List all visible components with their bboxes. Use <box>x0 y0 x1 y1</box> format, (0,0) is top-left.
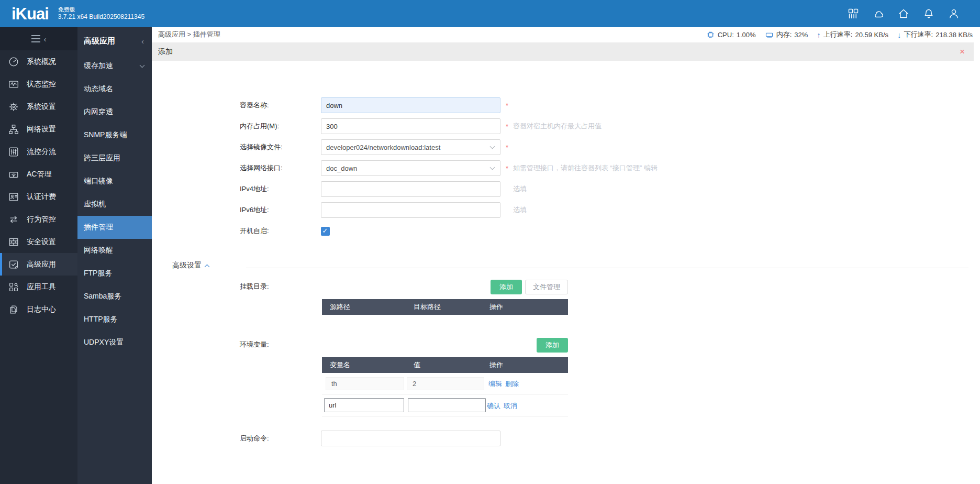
close-icon[interactable]: × <box>960 47 965 56</box>
sidebar-item-app-tools[interactable]: 应用工具 <box>0 276 77 298</box>
sidebar-item-log-center[interactable]: 日志中心 <box>0 298 77 321</box>
field-label: IPv4地址: <box>240 184 321 194</box>
submenu-item-snmp-server[interactable]: SNMP服务端 <box>77 124 152 147</box>
upload-status: ↑ 上行速率: 20.59 KB/s <box>817 30 888 39</box>
cloud-icon[interactable] <box>872 7 885 20</box>
field-label: 选择镜像文件: <box>240 142 321 152</box>
env-table: 变量名 值 操作 th 2 编辑删除 确认取消 <box>322 357 568 416</box>
cancel-link[interactable]: 取消 <box>504 402 517 410</box>
env-table-header: 变量名 值 操作 <box>322 357 568 373</box>
submenu-item-udpxy-settings[interactable]: UDPXY设置 <box>77 331 152 354</box>
user-icon[interactable] <box>948 7 960 20</box>
form-row-container-name: 容器名称: * <box>152 95 980 116</box>
sidebar-item-status-monitor[interactable]: 状态监控 <box>0 73 77 95</box>
env-var-name-cell: th <box>326 377 404 390</box>
sidebar-item-security-settings[interactable]: 安全设置 <box>0 230 77 253</box>
sidebar-item-advanced-apps[interactable]: 高级应用 <box>0 253 77 276</box>
swap-arrows-icon <box>8 214 19 225</box>
form-row-ipv4: IPv4地址: 选填 <box>152 179 980 200</box>
submenu-item-port-mirroring[interactable]: 端口镜像 <box>77 170 152 193</box>
submenu-item-virtual-machine[interactable]: 虚拟机 <box>77 193 152 216</box>
sidebar-item-network-settings[interactable]: 网络设置 <box>0 118 77 140</box>
autostart-checkbox[interactable] <box>321 227 330 236</box>
build-version: 3.7.21 x64 Build202508211345 <box>58 13 144 21</box>
submenu-item-cross-l3-app[interactable]: 跨三层应用 <box>77 147 152 170</box>
delete-link[interactable]: 删除 <box>505 380 519 388</box>
sidebar-item-behavior-control[interactable]: 行为管控 <box>0 208 77 230</box>
memory-input[interactable] <box>321 118 500 134</box>
topbar: iKuai 免费版 3.7.21 x64 Build202508211345 <box>0 0 980 27</box>
app-check-icon <box>8 259 19 270</box>
submenu-item-wake-on-lan[interactable]: 网络唤醒 <box>77 239 152 262</box>
container-name-input[interactable] <box>321 97 500 113</box>
mount-table-header: 源路径 目标路径 操作 <box>322 299 568 315</box>
monitor-pulse-icon <box>8 79 19 90</box>
memory-icon <box>765 30 774 39</box>
env-var-value-cell: 2 <box>407 377 484 390</box>
submenu-item-plugin-management[interactable]: 插件管理 <box>77 216 152 239</box>
submenu-header: 高级应用 ‹ <box>77 27 152 54</box>
startup-command-label: 启动命令: <box>240 434 269 443</box>
bell-icon[interactable] <box>922 7 935 20</box>
main-content: 高级应用 > 插件管理 CPU: 1.00% 内存: 32% ↑ 上行速率: 2… <box>152 27 980 484</box>
menu-toggle[interactable]: ‹ <box>0 27 77 50</box>
form-row-autostart: 开机自启: <box>152 221 980 241</box>
image-select[interactable]: developer024/networkdownload:latest <box>321 139 500 155</box>
mount-add-button[interactable]: 添加 <box>491 280 522 294</box>
tools-icon <box>8 281 19 293</box>
submenu-item-intranet-penetration[interactable]: 内网穿透 <box>77 101 152 124</box>
env-var-value-input[interactable] <box>408 398 486 412</box>
sidebar-item-ac-management[interactable]: AC管理 <box>0 163 77 185</box>
network-icon <box>8 124 19 135</box>
gauge-icon <box>8 56 19 68</box>
field-label: IPv6地址: <box>240 205 321 215</box>
startup-command-input[interactable] <box>321 431 500 446</box>
arrow-down-icon: ↓ <box>897 30 901 39</box>
ipv4-input[interactable] <box>321 181 500 197</box>
submenu-item-samba-service[interactable]: Samba服务 <box>77 285 152 308</box>
env-var-name-input[interactable] <box>324 398 404 412</box>
form-row-network-interface: 选择网络接口: doc_down * 如需管理接口，请前往容器列表 “接口管理”… <box>152 158 980 179</box>
memory-status: 内存: 32% <box>765 30 808 39</box>
edition-label: 免费版 <box>58 6 144 14</box>
add-container-form: 容器名称: * 内存占用(M): * 容器对宿主机内存最大占用值 选择镜像文件:… <box>152 95 980 241</box>
edit-link[interactable]: 编辑 <box>488 380 502 388</box>
network-interface-select[interactable]: doc_down <box>321 160 500 176</box>
advanced-settings-toggle[interactable]: 高级设置 <box>172 261 209 270</box>
ipv6-input[interactable] <box>321 202 500 218</box>
file-manager-button[interactable]: 文件管理 <box>525 280 568 294</box>
sidebar-item-traffic-control[interactable]: 流控分流 <box>0 140 77 163</box>
submenu-item-cache-acceleration[interactable]: 缓存加速 <box>77 54 152 78</box>
wifi-device-icon <box>8 169 19 180</box>
field-hint: 选填 <box>513 184 527 194</box>
home-icon[interactable] <box>897 7 910 20</box>
submenu-item-dynamic-dns[interactable]: 动态域名 <box>77 78 152 101</box>
download-status: ↓ 下行速率: 218.38 KB/s <box>897 30 973 39</box>
chevron-down-icon <box>140 63 145 68</box>
env-add-button[interactable]: 添加 <box>537 338 568 353</box>
sidebar-item-auth-billing[interactable]: 认证计费 <box>0 185 77 208</box>
submenu-item-ftp-service[interactable]: FTP服务 <box>77 262 152 285</box>
field-label: 选择网络接口: <box>240 163 321 173</box>
chevron-down-icon <box>490 165 495 170</box>
field-hint: 选填 <box>513 205 527 215</box>
cpu-status: CPU: 1.00% <box>706 30 756 39</box>
mount-table: 源路径 目标路径 操作 <box>322 299 568 315</box>
submenu-title: 高级应用 <box>84 36 115 46</box>
apps-grid-icon[interactable] <box>847 7 860 20</box>
field-label: 内存占用(M): <box>240 122 321 131</box>
field-hint: 容器对宿主机内存最大占用值 <box>513 122 602 131</box>
collapse-icon[interactable]: ‹ <box>141 37 144 46</box>
status-bar: CPU: 1.00% 内存: 32% ↑ 上行速率: 20.59 KB/s ↓ … <box>706 30 973 39</box>
required-asterisk: * <box>506 102 510 109</box>
sliders-icon <box>8 146 19 158</box>
sidebar-item-system-settings[interactable]: 系统设置 <box>0 95 77 118</box>
arrow-up-icon: ↑ <box>817 30 821 39</box>
submenu-item-http-service[interactable]: HTTP服务 <box>77 308 152 331</box>
id-card-icon <box>8 191 19 203</box>
breadcrumb: 高级应用 > 插件管理 <box>158 30 220 39</box>
confirm-link[interactable]: 确认 <box>487 402 500 410</box>
sidebar-item-system-overview[interactable]: 系统概况 <box>0 50 77 73</box>
required-asterisk: * <box>506 144 510 151</box>
env-table-editing-row: 确认取消 <box>322 394 568 416</box>
